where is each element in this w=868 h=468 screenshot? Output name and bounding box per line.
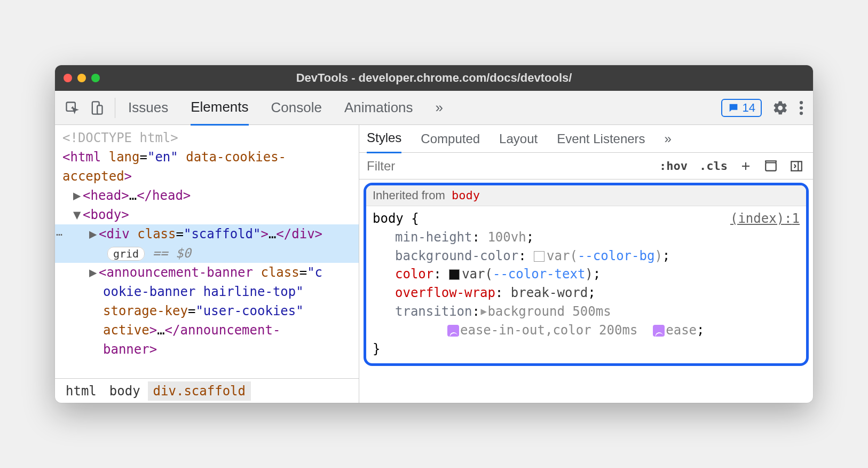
css-selector[interactable]: body <box>373 211 404 226</box>
filter-input[interactable] <box>359 153 583 179</box>
svg-point-5 <box>800 111 803 114</box>
prop-min-height[interactable]: min-height <box>395 230 472 245</box>
color-swatch-icon[interactable] <box>534 251 545 262</box>
easing-editor-icon[interactable] <box>447 325 459 337</box>
svg-rect-2 <box>97 105 102 114</box>
color-swatch-icon[interactable] <box>449 269 460 280</box>
tabs-overflow-icon[interactable]: » <box>436 91 443 124</box>
traffic-lights <box>64 74 100 82</box>
prop-overflow-wrap[interactable]: overflow-wrap <box>395 285 495 300</box>
tab-console[interactable]: Console <box>271 91 322 124</box>
subtab-computed[interactable]: Computed <box>421 125 480 153</box>
close-window-button[interactable] <box>64 74 72 82</box>
prop-transition[interactable]: transition <box>395 304 472 319</box>
window-title: DevTools - developer.chrome.com/docs/dev… <box>55 71 813 85</box>
filter-bar: :hov .cls <box>359 153 813 180</box>
doctype-node[interactable]: <!DOCTYPE html> <box>62 130 178 145</box>
device-toggle-icon[interactable] <box>89 100 104 115</box>
maximize-window-button[interactable] <box>91 74 100 82</box>
node-actions-icon[interactable]: ⋯ <box>56 227 63 243</box>
elements-panel: <!DOCTYPE html> <html lang="en" data-coo… <box>55 125 359 403</box>
titlebar: DevTools - developer.chrome.com/docs/dev… <box>55 65 813 91</box>
inherited-from-link[interactable]: body <box>452 189 480 202</box>
computed-styles-icon[interactable] <box>764 159 778 173</box>
crumb-html[interactable]: html <box>60 381 102 401</box>
subtab-layout[interactable]: Layout <box>499 125 538 153</box>
console-ref: == $0 <box>153 246 191 261</box>
inherited-header: Inherited from body <box>366 185 806 206</box>
devtools-window: DevTools - developer.chrome.com/docs/dev… <box>55 65 813 403</box>
minimize-window-button[interactable] <box>77 74 86 82</box>
tab-issues[interactable]: Issues <box>128 91 168 124</box>
svg-rect-7 <box>791 161 802 170</box>
styles-subtabs: Styles Computed Layout Event Listeners » <box>359 125 813 153</box>
subtabs-overflow-icon[interactable]: » <box>665 125 672 153</box>
breadcrumb: html body div.scaffold <box>55 378 359 403</box>
subtab-event-listeners[interactable]: Event Listeners <box>557 125 645 153</box>
crumb-body[interactable]: body <box>104 381 146 401</box>
cls-toggle[interactable]: .cls <box>699 159 728 173</box>
subtab-styles[interactable]: Styles <box>367 124 401 153</box>
dom-tree[interactable]: <!DOCTYPE html> <html lang="en" data-coo… <box>55 125 359 378</box>
tab-animations[interactable]: Animations <box>344 91 413 124</box>
main-tabs: Issues Elements Console Animations » <box>128 90 721 126</box>
prop-background-color[interactable]: background-color <box>395 248 518 263</box>
svg-rect-6 <box>766 162 776 170</box>
easing-editor-icon[interactable] <box>653 325 665 337</box>
toggle-sidebar-icon[interactable] <box>790 159 803 173</box>
source-link[interactable]: (index):1 <box>730 209 800 228</box>
main-toolbar: Issues Elements Console Animations » 14 <box>55 91 813 125</box>
kebab-menu-icon[interactable] <box>799 100 803 116</box>
settings-gear-icon[interactable] <box>772 100 788 116</box>
grid-badge[interactable]: grid <box>107 247 145 261</box>
selected-node[interactable]: ⋯ ▶<div class="scaffold">…</div> <box>55 224 359 244</box>
style-rule-box: Inherited from body body { (index):1 min… <box>364 183 809 366</box>
inspect-element-icon[interactable] <box>65 100 80 115</box>
styles-panel: Styles Computed Layout Event Listeners »… <box>359 125 813 403</box>
tab-elements[interactable]: Elements <box>191 90 248 126</box>
expand-shorthand-icon[interactable]: ▶ <box>480 304 487 319</box>
issues-badge[interactable]: 14 <box>721 99 762 117</box>
svg-point-4 <box>800 106 803 109</box>
issues-count: 14 <box>743 101 755 115</box>
hov-toggle[interactable]: :hov <box>659 159 688 173</box>
svg-point-3 <box>800 100 803 104</box>
prop-color[interactable]: color <box>395 267 433 282</box>
new-style-rule-icon[interactable] <box>739 160 752 173</box>
crumb-scaffold[interactable]: div.scaffold <box>148 381 251 401</box>
